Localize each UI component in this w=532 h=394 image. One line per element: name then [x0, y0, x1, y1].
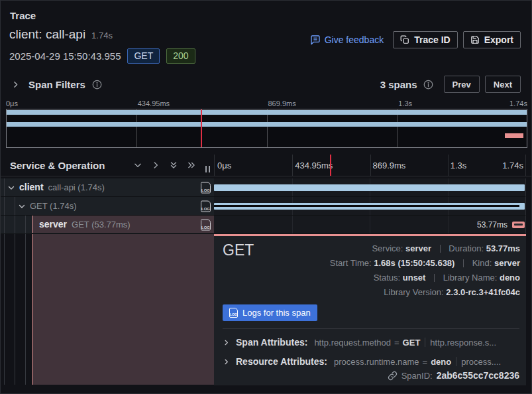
span-operation: GET (1.74s) — [30, 201, 77, 211]
service-operation-header: Service & Operation — [1, 155, 214, 176]
collapse-chevron-icon[interactable] — [18, 202, 26, 210]
prev-span-button[interactable]: Prev — [444, 76, 480, 93]
comment-icon — [310, 34, 321, 45]
chevron-right-icon[interactable] — [223, 339, 230, 346]
chevron-down-icon[interactable] — [133, 161, 142, 170]
span-service: server — [39, 219, 67, 230]
minimap-viewport[interactable] — [6, 109, 527, 148]
indent-guide — [25, 234, 26, 385]
timeline-tick: 1.3s — [451, 161, 467, 170]
span-name-cell[interactable]: client call-api (1.74s) LOG — [1, 178, 214, 197]
link-icon[interactable] — [388, 371, 398, 381]
service-operation-label[interactable]: Service & Operation — [10, 160, 105, 171]
meta-label: Kind: — [472, 258, 492, 268]
span-name-cell[interactable]: GET (1.74s) LOG — [1, 197, 214, 216]
equals-sign: = — [394, 338, 399, 348]
span-id-value: 2ab6c55cc7cc8236 — [437, 370, 519, 381]
span-duration-bar[interactable] — [214, 184, 525, 191]
indent-guide — [25, 216, 26, 233]
timeline-tick: 1.74s — [502, 161, 523, 170]
trace-meta-row: 2025-04-29 15:50:43.955 GET 200 — [9, 48, 195, 64]
next-span-button[interactable]: Next — [485, 76, 521, 93]
logs-for-span-button[interactable]: LOG Logs for this span — [223, 304, 317, 321]
indent-guide — [15, 234, 15, 385]
span-count: 3 spans — [380, 79, 417, 90]
meta-label: Status: — [374, 273, 400, 283]
meta-line: Start Time: 1.68s (15:50:45.638) Kind: s… — [330, 258, 520, 269]
span-name-cell[interactable]: server GET (53.77ms) LOG — [1, 216, 214, 234]
timeline-gridline — [292, 155, 293, 176]
export-label: Export — [484, 34, 513, 45]
equals-sign: = — [423, 357, 428, 367]
copy-icon — [400, 35, 409, 44]
meta-label: Library Version: — [384, 287, 443, 297]
save-icon — [470, 35, 480, 44]
span-logs-icon[interactable]: LOG — [201, 200, 211, 212]
span-bar-cell[interactable]: 53.77ms — [214, 216, 526, 234]
span-operation: GET (53.77ms) — [72, 220, 131, 230]
meta-value: server — [494, 258, 520, 268]
span-duration-label: 53.77ms — [477, 220, 507, 230]
give-feedback-link[interactable]: Give feedback — [310, 34, 384, 45]
span-duration-bar[interactable] — [512, 222, 525, 228]
minimap-tick: 434.95ms — [138, 99, 170, 107]
chevron-right-icon[interactable] — [11, 80, 20, 89]
meta-line: Service: server Duration: 53.77ms — [330, 243, 520, 254]
span-row-get[interactable]: GET (1.74s) LOG — [1, 197, 532, 216]
meta-value: 2.3.0-rc.3+41fc04c — [446, 287, 520, 297]
indent-guide — [4, 197, 5, 215]
span-filters-label[interactable]: Span Filters — [28, 79, 85, 90]
double-chevron-right-icon[interactable] — [187, 161, 196, 170]
indent-guide — [15, 216, 15, 233]
minimap-span-bar-client — [7, 110, 527, 115]
span-nav-buttons: Prev Next — [444, 76, 521, 93]
double-chevron-down-icon[interactable] — [169, 161, 178, 170]
span-bar-cell[interactable] — [214, 197, 526, 216]
chevron-right-icon[interactable] — [151, 161, 160, 170]
trace-id-label: Trace ID — [414, 34, 450, 45]
span-logs-icon[interactable]: LOG — [201, 219, 211, 230]
indent-guide — [15, 197, 15, 215]
span-id-label: SpanID: — [401, 371, 433, 381]
minimap-gridline — [136, 109, 137, 147]
span-row-server-selected[interactable]: server GET (53.77ms) LOG 53.77ms — [1, 216, 532, 234]
info-icon[interactable] — [423, 80, 433, 90]
header-actions: Give feedback Trace ID Export — [310, 31, 521, 48]
span-bar-cell[interactable] — [214, 178, 526, 197]
minimap-tick: 1.3s — [398, 99, 412, 107]
span-row-client[interactable]: client call-api (1.74s) LOG — [1, 178, 532, 197]
span-logs-icon[interactable]: LOG — [201, 182, 211, 193]
resource-attributes-row[interactable]: Resource Attributes: process.runtime.nam… — [223, 354, 522, 369]
selected-span-label[interactable]: server GET (53.77ms) — [32, 216, 214, 233]
trace-name: client: call-api — [9, 27, 85, 42]
trace-id-button[interactable]: Trace ID — [393, 31, 457, 48]
timeline-tick: 434.95ms — [295, 161, 333, 170]
span-detail-panel: GET Service: server Duration: 53.77ms St… — [214, 234, 526, 385]
status-code-badge: 200 — [166, 48, 195, 64]
attribute-key: http.request.method — [314, 338, 391, 348]
method-badge: GET — [127, 48, 160, 64]
column-resizer-handle[interactable] — [205, 166, 210, 172]
trace-duration: 1.74s — [91, 31, 113, 40]
indent-guides-column — [1, 234, 32, 385]
critical-path-marker — [201, 109, 202, 147]
timeline-tick: 869.9ms — [373, 161, 406, 170]
collapse-chevron-icon[interactable] — [7, 184, 15, 192]
give-feedback-label: Give feedback — [325, 34, 384, 45]
minimap-tick: 0μs — [6, 99, 18, 107]
export-button[interactable]: Export — [463, 31, 521, 48]
indent-guide — [4, 216, 5, 233]
span-attributes-row[interactable]: Span Attributes: http.request.method = G… — [223, 335, 522, 350]
trace-timestamp: 2025-04-29 15:50:43.955 — [9, 50, 121, 62]
attribute-key-truncated: http.response.s... — [430, 338, 496, 348]
resource-attributes-label: Resource Attributes: — [236, 356, 327, 367]
log-document-icon: LOG — [201, 219, 211, 230]
timeline-gridline — [448, 155, 449, 176]
meta-value: unset — [403, 273, 426, 283]
chevron-right-icon[interactable] — [223, 358, 230, 365]
info-icon[interactable] — [92, 80, 102, 90]
span-duration-bar[interactable] — [214, 203, 525, 210]
meta-line: Status: unset Library Name: deno — [330, 273, 520, 283]
span-operation: call-api (1.74s) — [48, 182, 105, 192]
timeline-ticks-header: 0μs 434.95ms 869.9ms 1.3s 1.74s — [214, 155, 526, 176]
